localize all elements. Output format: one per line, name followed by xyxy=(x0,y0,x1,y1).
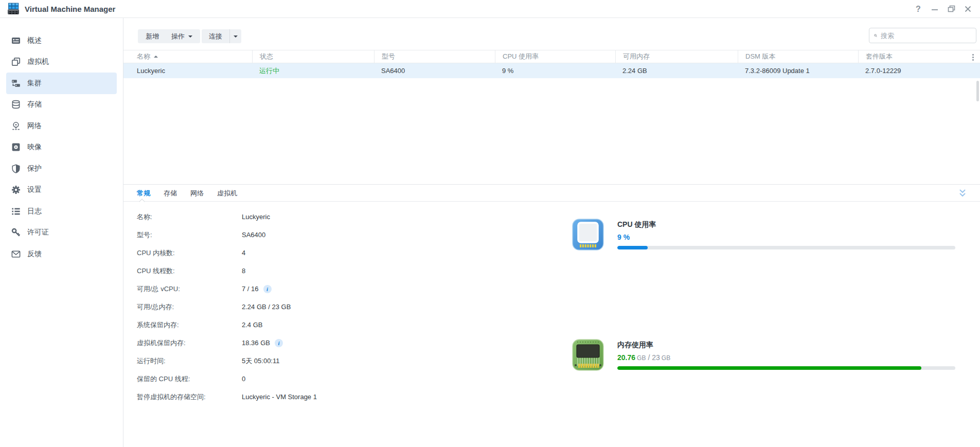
field-value: 7 / 16 i xyxy=(242,285,272,293)
tab-storage[interactable]: 存储 xyxy=(164,185,177,202)
field-label: CPU 内核数: xyxy=(137,248,242,258)
column-header-status[interactable]: 状态 xyxy=(252,50,374,63)
field-label: 可用/总 vCPU: xyxy=(137,284,242,294)
field-row: CPU 线程数: 8 xyxy=(137,262,466,280)
cpu-usage-meter: CPU 使用率 9 % xyxy=(572,219,955,251)
window-title: Virtual Machine Manager xyxy=(25,0,115,18)
table-row[interactable]: Luckyeric 运行中 SA6400 9 % 2.24 GB 7.3.2-8… xyxy=(123,63,980,78)
help-button[interactable]: ? xyxy=(910,0,926,18)
detail-tab-bar: 常规 存储 网络 虚拟机 xyxy=(123,185,980,202)
restore-icon xyxy=(948,5,955,13)
sort-asc-icon xyxy=(154,56,158,58)
connect-button[interactable]: 连接 xyxy=(202,29,229,43)
minimize-button[interactable] xyxy=(926,0,943,18)
storage-icon xyxy=(11,100,21,109)
field-row: 运行时间: 5天 05:00:11 xyxy=(137,352,466,370)
main-content: 新增 操作 连接 名称 状态 型号 xyxy=(123,18,980,447)
column-label: 套件版本 xyxy=(866,50,893,63)
field-label: 保留的 CPU 线程: xyxy=(137,374,242,384)
column-label: 状态 xyxy=(260,50,273,63)
cell-dsm-version: 7.3.2-86009 Update 1 xyxy=(738,63,858,78)
sidebar-item-log[interactable]: 日志 xyxy=(0,201,123,222)
cell-name: Luckyeric xyxy=(123,63,252,78)
restore-button[interactable] xyxy=(943,0,959,18)
search-input[interactable] xyxy=(881,32,971,40)
column-header-package-version[interactable]: 套件版本 xyxy=(858,50,980,63)
action-button-label: 操作 xyxy=(171,32,185,41)
search-icon xyxy=(874,31,877,40)
field-label: CPU 线程数: xyxy=(137,266,242,276)
field-label: 系统保留内存: xyxy=(137,320,242,330)
sidebar-item-cluster[interactable]: 集群 xyxy=(6,73,117,94)
action-button[interactable]: 操作 xyxy=(164,29,200,43)
memory-usage-bar xyxy=(617,366,955,370)
window-controls: ? xyxy=(910,0,976,18)
vm-icon xyxy=(11,57,21,66)
info-icon[interactable]: i xyxy=(275,339,283,347)
sidebar-item-label: 日志 xyxy=(27,207,42,216)
connect-split-button: 连接 xyxy=(202,29,241,43)
detail-panel: 常规 存储 网络 虚拟机 名称: Luckyeric 型号: xyxy=(123,184,980,447)
field-row: 可用/总 vCPU: 7 / 16 i xyxy=(137,280,466,298)
field-row: 名称: Luckyeric xyxy=(137,208,466,226)
tab-virtual-machine[interactable]: 虚拟机 xyxy=(217,185,237,202)
column-header-cpu-usage[interactable]: CPU 使用率 xyxy=(495,50,615,63)
chevron-down-icon xyxy=(234,35,238,38)
column-label: CPU 使用率 xyxy=(503,50,539,63)
field-label: 暂停虚拟机的存储空间: xyxy=(137,392,242,402)
cpu-usage-title: CPU 使用率 xyxy=(617,220,955,229)
memory-usage-title: 内存使用率 xyxy=(617,341,955,350)
sidebar-item-label: 网络 xyxy=(27,121,42,131)
field-label: 型号: xyxy=(137,230,242,240)
field-row: 保留的 CPU 线程: 0 xyxy=(137,370,466,388)
general-info-fields: 名称: Luckyeric 型号: SA6400 CPU 内核数: 4 CPU … xyxy=(137,208,466,406)
column-header-name[interactable]: 名称 xyxy=(123,50,252,63)
tab-general[interactable]: 常规 xyxy=(137,185,150,202)
sidebar-item-storage[interactable]: 存储 xyxy=(0,94,123,116)
vertical-scrollbar-thumb[interactable] xyxy=(976,81,979,101)
cell-cpu-usage: 9 % xyxy=(495,63,615,78)
sidebar-item-image[interactable]: 映像 xyxy=(0,137,123,158)
field-value-text: 18.36 GB xyxy=(242,339,270,347)
column-header-model[interactable]: 型号 xyxy=(374,50,495,63)
sidebar-item-protection[interactable]: 保护 xyxy=(0,158,123,180)
column-settings-button[interactable] xyxy=(969,52,977,62)
field-value: 2.24 GB / 23 GB xyxy=(242,303,291,311)
field-value: 18.36 GB i xyxy=(242,339,283,347)
info-icon[interactable]: i xyxy=(263,285,272,293)
sidebar-item-feedback[interactable]: 反馈 xyxy=(0,243,123,265)
cell-model: SA6400 xyxy=(374,63,495,78)
sidebar-item-label: 存储 xyxy=(27,100,42,109)
collapse-panel-button[interactable] xyxy=(958,189,967,198)
column-label: DSM 版本 xyxy=(745,50,776,63)
field-value: 5天 05:00:11 xyxy=(242,356,279,366)
field-label: 可用/总内存: xyxy=(137,302,242,312)
field-row: CPU 内核数: 4 xyxy=(137,244,466,262)
add-button[interactable]: 新增 xyxy=(138,29,167,43)
add-button-label: 新增 xyxy=(146,32,159,41)
column-header-dsm-version[interactable]: DSM 版本 xyxy=(738,50,858,63)
cpu-usage-bar xyxy=(617,246,955,249)
connect-dropdown-button[interactable] xyxy=(229,29,241,43)
sidebar-item-settings[interactable]: 设置 xyxy=(0,180,123,201)
table-header: 名称 状态 型号 CPU 使用率 可用内存 DSM 版本 套件版本 xyxy=(123,50,980,63)
sidebar-item-license[interactable]: 许可证 xyxy=(0,222,123,244)
network-icon xyxy=(11,121,21,131)
close-button[interactable] xyxy=(959,0,976,18)
sidebar-item-overview[interactable]: 概述 xyxy=(0,30,123,51)
cluster-icon xyxy=(11,79,21,88)
feedback-icon xyxy=(11,249,21,259)
sidebar-item-label: 反馈 xyxy=(27,249,42,259)
chevron-down-icon xyxy=(188,35,192,38)
column-header-available-memory[interactable]: 可用内存 xyxy=(615,50,738,63)
column-label: 型号 xyxy=(382,50,395,63)
cell-package-version: 2.7.0-12229 xyxy=(858,63,980,78)
sidebar-item-vm[interactable]: 虚拟机 xyxy=(0,51,123,73)
sidebar: 概述 虚拟机 集群 存储 xyxy=(0,18,123,447)
tab-network[interactable]: 网络 xyxy=(190,185,204,202)
double-chevron-down-icon xyxy=(958,189,967,198)
sidebar-item-network[interactable]: 网络 xyxy=(0,115,123,137)
field-label: 虚拟机保留内存: xyxy=(137,338,242,348)
cell-status: 运行中 xyxy=(252,63,374,78)
sidebar-item-label: 虚拟机 xyxy=(27,57,49,66)
